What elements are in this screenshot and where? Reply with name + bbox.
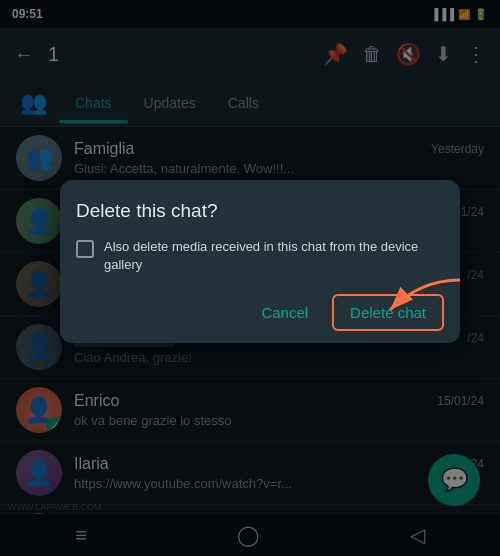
dialog-title: Delete this chat? [76,200,444,222]
cancel-button[interactable]: Cancel [245,296,324,329]
dialog-checkbox-row[interactable]: Also delete media received in this chat … [76,238,444,274]
delete-chat-dialog: Delete this chat? Also delete media rece… [60,180,460,343]
delete-chat-button[interactable]: Delete chat [332,294,444,331]
delete-media-checkbox[interactable] [76,240,94,258]
dialog-buttons: Cancel Delete chat [76,294,444,331]
delete-media-label: Also delete media received in this chat … [104,238,444,274]
